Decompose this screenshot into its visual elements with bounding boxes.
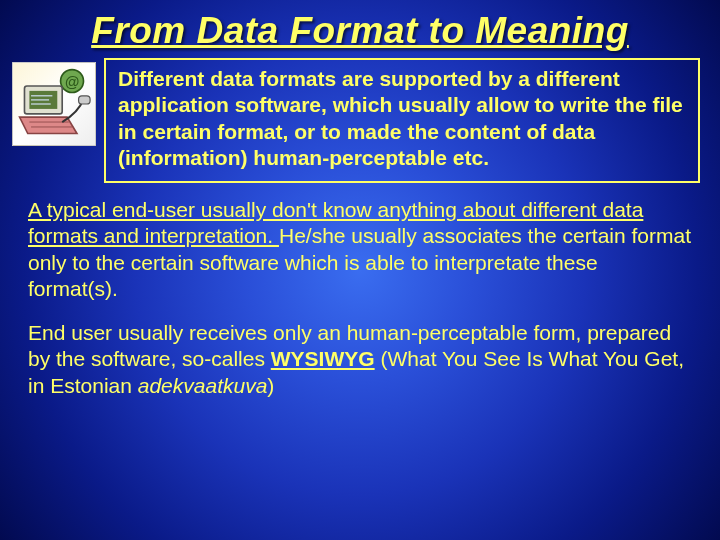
svg-marker-7 [20, 117, 77, 133]
svg-rect-10 [79, 96, 90, 104]
clipart-computer-icon: @ [12, 62, 96, 146]
paragraph-1: A typical end-user usually don't know an… [28, 197, 692, 302]
estonian-term: adekvaatkuva [138, 374, 268, 397]
svg-text:@: @ [65, 74, 79, 90]
paragraph-2: End user usually receives only an human-… [28, 320, 692, 399]
body-text: A typical end-user usually don't know an… [0, 183, 720, 399]
highlight-box: Different data formats are supported by … [104, 58, 700, 183]
box-text: Different data formats are supported by … [118, 67, 683, 169]
p2-part-d: ) [267, 374, 274, 397]
slide-title: From Data Format to Meaning [0, 0, 720, 58]
intro-row: @ Different data formats are supported b… [0, 58, 720, 183]
wysiwyg-term: WYSIWYG [271, 347, 375, 370]
slide: From Data Format to Meaning @ Different … [0, 0, 720, 540]
